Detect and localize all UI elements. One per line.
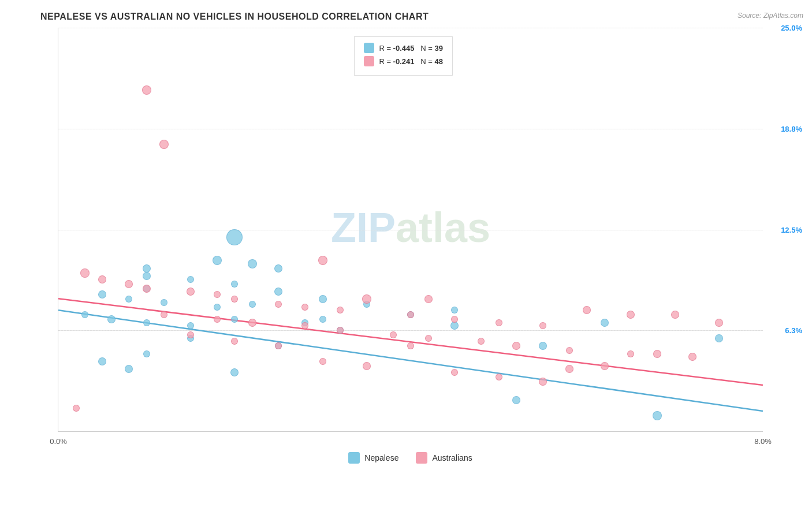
nepalese-dot-7 bbox=[98, 290, 106, 298]
nepalese-dot-1 bbox=[143, 264, 151, 273]
nepalese-dot-24 bbox=[248, 259, 257, 268]
australian-dot-21 bbox=[337, 327, 344, 334]
nepalese-dot-9 bbox=[161, 299, 167, 306]
n-nepalese: 39 bbox=[435, 44, 443, 53]
bottom-legend: Nepalese Australians bbox=[58, 452, 763, 467]
australian-dot-6 bbox=[187, 288, 195, 296]
nepalese-dot-12 bbox=[319, 295, 327, 303]
nepalese-dot-31 bbox=[230, 368, 239, 376]
nepalese-dot-16 bbox=[81, 311, 88, 318]
source-text: Source: ZipAtlas.com bbox=[737, 12, 803, 20]
australian-dot-18 bbox=[214, 316, 221, 323]
australian-dot-38 bbox=[715, 319, 723, 327]
grid-line-top bbox=[58, 28, 763, 28]
nepalese-dot-15 bbox=[451, 307, 458, 314]
nepalese-dot-4 bbox=[231, 281, 238, 288]
legend-box: R = -0.445 N = 39 R = -0.241 N = 48 bbox=[354, 36, 453, 76]
y-tick-188: 18.8% bbox=[781, 124, 802, 133]
australian-dot-39 bbox=[653, 350, 661, 358]
australian-dot-7 bbox=[214, 291, 221, 298]
australian-dot-41 bbox=[627, 311, 635, 319]
australian-dot-29 bbox=[231, 338, 238, 345]
bottom-legend-nepalese: Nepalese bbox=[348, 452, 398, 464]
australian-dot-20 bbox=[301, 322, 308, 329]
nepalese-dot-37 bbox=[715, 334, 723, 342]
australian-dot-19 bbox=[248, 319, 256, 327]
australian-dot-25 bbox=[512, 342, 520, 350]
nepalese-dot-10 bbox=[214, 304, 221, 311]
r-australians: -0.241 bbox=[393, 57, 415, 66]
legend-color-nepalese bbox=[364, 43, 374, 53]
bottom-legend-box-nepalese bbox=[348, 452, 360, 464]
australian-dot-46 bbox=[318, 256, 327, 265]
legend-color-australians bbox=[364, 56, 374, 66]
nepalese-dot-11 bbox=[249, 301, 256, 308]
australian-dot-33 bbox=[451, 369, 458, 376]
legend-item-nepalese: R = -0.445 N = 39 bbox=[364, 43, 443, 53]
nepalese-dot-19 bbox=[187, 322, 194, 329]
australian-dot-32 bbox=[363, 362, 371, 370]
australian-dot-16 bbox=[539, 322, 546, 329]
n-australians: 48 bbox=[435, 57, 443, 66]
grid-line-3 bbox=[58, 330, 763, 331]
australian-dot-17 bbox=[161, 311, 167, 318]
nepalese-dot-2 bbox=[143, 272, 151, 280]
australian-dot-27 bbox=[627, 350, 634, 357]
nepalese-dot-23 bbox=[213, 256, 222, 265]
bottom-legend-label-nepalese: Nepalese bbox=[364, 453, 398, 462]
nepalese-dot-18 bbox=[143, 319, 150, 326]
svg-line-0 bbox=[58, 310, 763, 411]
australian-dot-10 bbox=[301, 304, 308, 311]
grid-line-2 bbox=[58, 230, 763, 230]
x-tick-8: 8.0% bbox=[754, 437, 772, 446]
nepalese-dot-28 bbox=[143, 350, 150, 357]
australian-dot-47 bbox=[601, 362, 609, 370]
australian-dot-45 bbox=[688, 353, 696, 361]
legend-text-nepalese: R = -0.445 N = 39 bbox=[379, 44, 443, 53]
nepalese-dot-25 bbox=[274, 264, 282, 273]
nepalese-dot-35 bbox=[539, 342, 547, 350]
grid-line-1 bbox=[58, 129, 763, 129]
australian-dot-28 bbox=[187, 331, 194, 338]
australian-dot-0 bbox=[142, 85, 151, 95]
y-tick-25: 25.0% bbox=[781, 24, 802, 32]
nepalese-dot-36 bbox=[601, 319, 609, 327]
nepalese-dot-17 bbox=[107, 315, 116, 323]
australian-dot-23 bbox=[425, 335, 432, 342]
australian-dot-36 bbox=[583, 306, 591, 314]
legend-text-australians: R = -0.241 N = 48 bbox=[379, 57, 443, 66]
australian-dot-9 bbox=[275, 301, 282, 308]
australian-dot-1 bbox=[159, 140, 169, 149]
australian-dot-34 bbox=[496, 374, 502, 380]
bottom-legend-box-australians bbox=[416, 452, 427, 464]
watermark-atlas: atlas bbox=[396, 204, 490, 250]
nepalese-dot-32 bbox=[512, 396, 520, 404]
australian-dot-15 bbox=[496, 319, 502, 326]
chart-container: NEPALESE VS AUSTRALIAN NO VEHICLES IN HO… bbox=[0, 0, 812, 515]
australian-dot-12 bbox=[362, 294, 371, 304]
australian-dot-43 bbox=[565, 365, 573, 373]
australian-dot-37 bbox=[671, 311, 679, 319]
legend-item-australians: R = -0.241 N = 48 bbox=[364, 56, 443, 66]
bottom-legend-label-australians: Australians bbox=[432, 453, 472, 462]
y-tick-63: 6.3% bbox=[785, 326, 802, 335]
australian-dot-5 bbox=[143, 285, 151, 293]
australian-dot-14 bbox=[451, 316, 458, 323]
australian-dot-35 bbox=[539, 378, 547, 386]
australian-dot-40 bbox=[424, 295, 433, 303]
y-tick-125: 12.5% bbox=[781, 225, 802, 234]
australian-dot-13 bbox=[407, 311, 414, 318]
watermark-zip: ZIP bbox=[331, 204, 396, 250]
x-tick-0: 0.0% bbox=[50, 437, 67, 446]
plot-area: ZIPatlas R = -0.445 N = 39 R = -0.241 N … bbox=[58, 28, 763, 432]
nepalese-dot-3 bbox=[187, 276, 194, 283]
nepalese-dot-5 bbox=[274, 288, 282, 296]
australian-dot-30 bbox=[275, 342, 282, 349]
nepalese-dot-8 bbox=[125, 296, 132, 303]
australian-dot-2 bbox=[80, 268, 90, 278]
nepalese-dot-33 bbox=[653, 411, 662, 420]
nepalese-dot-20 bbox=[231, 316, 238, 323]
australian-dot-42 bbox=[407, 342, 414, 349]
r-nepalese: -0.445 bbox=[393, 44, 415, 53]
nepalese-dot-0 bbox=[226, 229, 243, 245]
